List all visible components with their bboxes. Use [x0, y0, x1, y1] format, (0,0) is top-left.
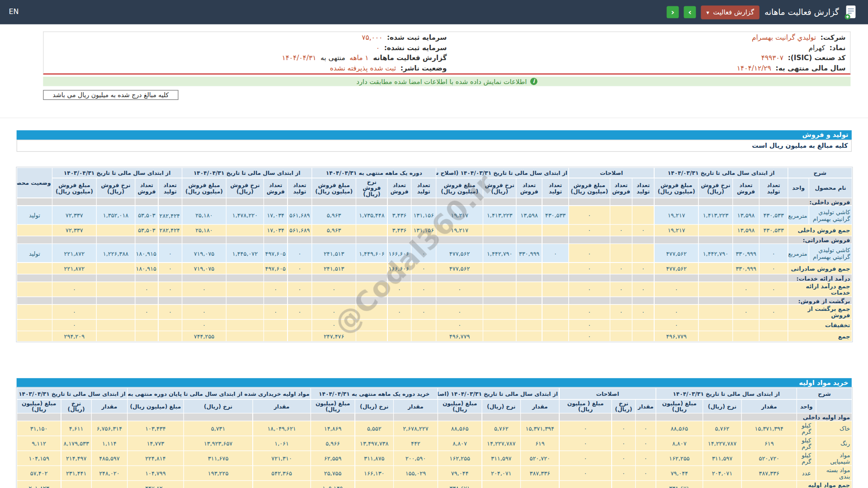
- table-cell: ۳۱۱,۶۷۵: [184, 451, 253, 466]
- table-cell: ۰: [264, 282, 288, 297]
- table-cell: [264, 331, 288, 341]
- table-cell: [356, 236, 388, 244]
- column-header: مبلغ فروش (میلیون ریال): [182, 178, 226, 198]
- column-header: مبلغ فروش (میلیون ریال): [312, 178, 356, 198]
- table-cell: ۶۱۹: [741, 436, 797, 451]
- fiscal-year-row: سال مالی منتهی به: ۱۴۰۴/۱۲/۲۹: [447, 63, 845, 74]
- unit-cell: عدد: [797, 466, 816, 481]
- table-cell: [741, 413, 797, 421]
- table-cell: [312, 198, 356, 206]
- column-header: تعداد فروش: [733, 178, 760, 198]
- table-cell: [135, 319, 158, 331]
- table-cell: [158, 319, 182, 331]
- column-header: نرخ فروش (ریال): [356, 178, 388, 198]
- column-header: نرخ (ریال): [703, 399, 742, 413]
- navbar-right-cluster: گزارش فعالیت ماهانه گزارش فعالیت ▾ › ‹: [667, 0, 857, 24]
- column-header: نرخ (ریال): [612, 399, 636, 413]
- col-group-one-month-purchases: خرید دوره یک ماهه منتهی به ۱۴۰۴/۰۴/۳۱: [311, 388, 438, 399]
- info-icon: i: [530, 78, 538, 85]
- table-cell: [483, 198, 516, 206]
- table-cell: [253, 413, 311, 421]
- unit-cell: کیلو گرم: [797, 436, 816, 451]
- table-cell: ۱۰۴,۱۵۹: [17, 451, 61, 466]
- table-cell: ۰: [733, 282, 760, 297]
- table-row: رنگکیلو گرم۶۱۹۱۴,۲۲۷,۷۸۷۸,۸۰۷۰۰۰۶۱۹۱۴,۲۲…: [17, 436, 852, 451]
- table-cell: ۲۰۰,۵۹۰: [393, 451, 438, 466]
- table-cell: [158, 236, 182, 244]
- table-cell: [438, 413, 482, 421]
- row-name: خاک: [816, 421, 852, 436]
- table-cell: [96, 236, 135, 244]
- table-cell: [264, 297, 288, 305]
- company-label: شرکت:: [821, 33, 846, 41]
- table-cell: [654, 297, 698, 305]
- table-cell: [356, 225, 388, 236]
- table-cell: ۱۸۰,۹۱۵: [135, 244, 158, 263]
- table-cell: ۱,۴۴۹,۶۰۶: [356, 244, 388, 263]
- table-cell: ۴۹۶,۷۷۹: [654, 331, 698, 341]
- table-row: مواد شیمیاییکیلو گرم۵۲۰,۷۲۰۳۱۱,۵۹۷۱۶۲,۲۵…: [17, 451, 852, 466]
- column-header: تعداد تولید: [288, 178, 312, 198]
- column-header: نرخ فروش (ریال): [483, 178, 516, 198]
- column-header: نرخ (ریال): [355, 399, 394, 413]
- previous-report-button[interactable]: ‹: [667, 6, 679, 18]
- col-group-purchased-to-period-end: مواد اولیه خریداری شده از ابتدای سال مال…: [127, 388, 311, 399]
- table-cell: ۵۷,۴۰۲: [17, 466, 61, 481]
- col-group-ytd-0331: از ابتدای سال مالی تا تاریخ ۱۴۰۴/۰۳/۳۱: [656, 388, 797, 399]
- table-cell: [632, 244, 654, 263]
- row-name: رنگ: [816, 436, 852, 451]
- table-cell: ۳,۴۳۶: [387, 206, 411, 225]
- table-cell: ۱۴,۲۲۷,۷۸۷: [482, 436, 521, 451]
- table-cell: [52, 198, 96, 206]
- table-cell: ۲۵,۱۸۰: [182, 225, 226, 236]
- table-cell: ۰: [312, 305, 356, 319]
- column-header: تعداد فروش: [387, 178, 411, 198]
- table-cell: ۲۰۱,۸۲۳: [17, 480, 61, 488]
- table-cell: [516, 236, 542, 244]
- table-cell: ۱,۷۳۵,۴۴۸: [356, 206, 388, 225]
- table-cell: [393, 413, 438, 421]
- col-group-prior-year: از ابتدای سال مالی تا تاریخ ۱۴۰۳/۰۴/۳۱: [17, 388, 127, 399]
- column-header: تعداد تولید: [411, 178, 436, 198]
- table-cell: [96, 198, 135, 206]
- table-cell: [387, 319, 411, 331]
- table-cell: ۰: [52, 282, 96, 297]
- sales-table-body: فروش داخلی:کاشي توليدي گرانيتي بهسراممتر…: [17, 198, 852, 342]
- table-cell: [516, 305, 542, 319]
- table-cell: ۰: [411, 244, 436, 263]
- table-cell: ۰: [612, 436, 636, 451]
- table-cell: [610, 236, 632, 244]
- status-cell: [17, 305, 52, 319]
- table-cell: ۰: [559, 480, 612, 488]
- table-cell: [182, 198, 226, 206]
- table-cell: ۷۲۱,۳۱۰: [253, 451, 311, 466]
- report-document-icon: [844, 5, 857, 20]
- report-period-row: گزارش فعالیت ماهانه ۱ ماهه منتهی به ۱۴۰۴…: [48, 53, 447, 63]
- table-cell: ۰: [52, 305, 96, 319]
- table-cell: [52, 297, 96, 305]
- table-cell: ۱۶۲,۲۵۵: [656, 451, 703, 466]
- table-cell: ۰: [759, 263, 788, 274]
- table-cell: [733, 236, 760, 244]
- report-type-dropdown[interactable]: گزارش فعالیت ▾: [701, 5, 760, 19]
- language-toggle[interactable]: EN: [9, 7, 19, 15]
- table-cell: ۰: [636, 451, 656, 466]
- table-cell: ۱,۱۱۴: [91, 436, 127, 451]
- row-label: جمع فروش صادراتی: [788, 263, 852, 274]
- table-cell: ۱۵,۳۷۱,۳۹۴: [520, 421, 559, 436]
- column-header: تعداد فروش: [264, 178, 288, 198]
- table-cell: [226, 305, 264, 319]
- table-cell: [288, 274, 312, 282]
- table-row: کاشي توليدي گرانيتي بهسراممترمربع۴۳۰,۵۳۳…: [17, 206, 852, 225]
- table-cell: [698, 198, 733, 206]
- table-cell: ۵,۷۳۱: [184, 421, 253, 436]
- table-cell: ۴۸۵,۵۹۷: [91, 451, 127, 466]
- table-cell: ۱۸,۰۴۹,۶۲۱: [253, 421, 311, 436]
- table-cell: ۰: [288, 305, 312, 319]
- table-cell: [411, 198, 436, 206]
- amounts-unit-note: کلیه مبالغ درج شده به میلیون ریال می باش…: [43, 90, 178, 100]
- table-cell: [559, 413, 612, 421]
- row-label: جمع درآمد ارائه خدمات: [788, 282, 852, 297]
- table-cell: ۰: [158, 244, 182, 263]
- next-report-button[interactable]: ›: [684, 6, 696, 18]
